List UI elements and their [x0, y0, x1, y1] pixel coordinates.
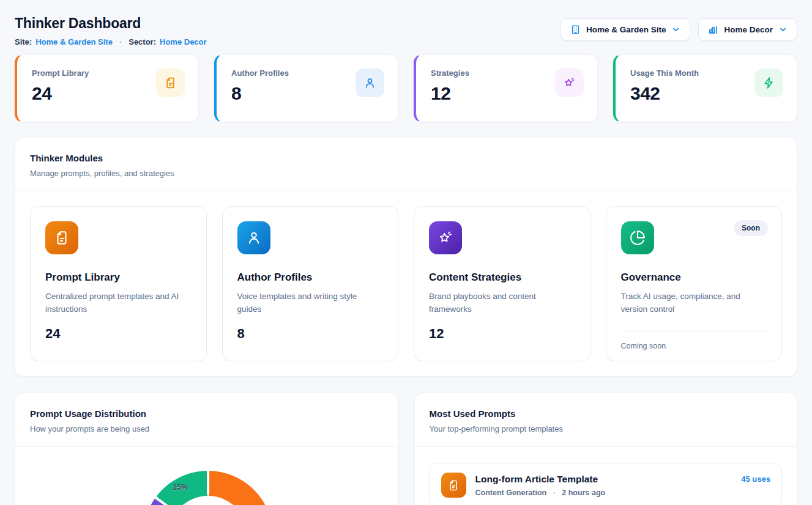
prompt-item-title: Long-form Article Template — [475, 474, 732, 485]
modules-title: Thinker Modules — [30, 153, 782, 163]
header-actions: Home & Garden Site Home Decor — [561, 18, 797, 41]
file-text-icon — [45, 221, 78, 254]
stat-label: Usage This Month — [630, 68, 699, 78]
prompt-item-text: Long-form Article Template Content Gener… — [475, 474, 732, 497]
site-link[interactable]: Home & Garden Site — [35, 37, 113, 46]
module-title: Author Profiles — [237, 271, 384, 284]
sector-label: Sector: — [129, 37, 156, 46]
sparkle-star-icon — [555, 68, 584, 97]
stat-label: Strategies — [431, 68, 469, 78]
module-card-governance[interactable]: Soon Governance Track AI usage, complian… — [606, 206, 783, 361]
pie-chart-icon — [621, 221, 654, 254]
bar-chart-icon — [708, 24, 718, 35]
module-title: Content Strategies — [429, 271, 575, 284]
usage-panel-header: Prompt Usage Distribution How your promp… — [15, 393, 398, 447]
stat-label: Prompt Library — [32, 68, 89, 78]
module-count: 24 — [45, 326, 192, 342]
module-card-content-strategies[interactable]: Content Strategies Brand playbooks and c… — [414, 206, 590, 361]
building-icon — [570, 24, 581, 35]
prompt-time: 2 hours ago — [562, 488, 605, 497]
dashboard-page: Thinker Dashboard Site: Home & Garden Si… — [0, 0, 812, 505]
donut-chart — [143, 471, 273, 505]
site-label: Site: — [15, 37, 32, 46]
page-title: Thinker Dashboard — [15, 15, 207, 32]
stat-card-prompt-library: Prompt Library 24 — [15, 54, 199, 122]
module-description: Voice templates and writing style guides — [237, 290, 384, 316]
coming-soon-text: Coming soon — [621, 342, 767, 350]
uses-badge: 45 uses — [741, 474, 770, 484]
stat-text: Usage This Month 342 — [630, 68, 699, 104]
module-description: Brand playbooks and content frameworks — [429, 290, 575, 316]
stat-label: Author Profiles — [231, 68, 289, 78]
breadcrumb-separator: · — [119, 37, 122, 46]
stat-value: 342 — [630, 83, 699, 104]
module-title: Governance — [621, 271, 767, 284]
donut-chart-area: 15% — [15, 447, 398, 505]
stat-value: 24 — [32, 83, 89, 104]
module-title: Prompt Library — [45, 271, 192, 284]
module-card-prompt-library[interactable]: Prompt Library Centralized prompt templa… — [30, 206, 207, 361]
thinker-modules-panel: Thinker Modules Manage prompts, profiles… — [15, 137, 797, 377]
breadcrumb: Site: Home & Garden Site · Sector: Home … — [15, 37, 207, 46]
stat-text: Author Profiles 8 — [231, 68, 289, 104]
sector-dropdown-label: Home Decor — [724, 25, 773, 34]
stat-card-strategies: Strategies 12 — [414, 54, 598, 122]
file-text-icon — [156, 68, 185, 97]
module-divider — [621, 331, 767, 331]
sector-dropdown[interactable]: Home Decor — [698, 18, 797, 41]
prompt-item-meta: Content Generation · 2 hours ago — [475, 488, 732, 497]
meta-separator: · — [553, 488, 556, 497]
stat-text: Strategies 12 — [431, 68, 469, 104]
list-item[interactable]: Long-form Article Template Content Gener… — [430, 463, 783, 505]
header-left: Thinker Dashboard Site: Home & Garden Si… — [15, 13, 207, 46]
module-count: 8 — [237, 326, 384, 342]
prompt-category: Content Generation — [475, 488, 547, 497]
user-icon — [237, 221, 270, 254]
page-header: Thinker Dashboard Site: Home & Garden Si… — [15, 13, 797, 46]
stat-card-usage: Usage This Month 342 — [613, 54, 797, 122]
site-dropdown-label: Home & Garden Site — [586, 25, 666, 34]
stat-value: 12 — [431, 83, 469, 104]
sparkle-star-icon — [429, 221, 462, 254]
stat-text: Prompt Library 24 — [32, 68, 89, 104]
prompt-usage-panel: Prompt Usage Distribution How your promp… — [15, 393, 398, 505]
bottom-row: Prompt Usage Distribution How your promp… — [15, 393, 797, 505]
user-icon — [356, 68, 384, 97]
soon-badge: Soon — [734, 220, 768, 236]
donut-segment-label: 15% — [173, 483, 188, 492]
modules-panel-header: Thinker Modules Manage prompts, profiles… — [15, 138, 797, 191]
module-description: Centralized prompt templates and AI inst… — [45, 290, 192, 316]
file-text-icon — [441, 473, 466, 498]
module-card-author-profiles[interactable]: Author Profiles Voice templates and writ… — [222, 206, 399, 361]
donut-hole — [168, 496, 248, 505]
modules-subtitle: Manage prompts, profiles, and strategies — [30, 169, 782, 178]
most-used-title: Most Used Prompts — [430, 408, 783, 419]
usage-title: Prompt Usage Distribution — [30, 408, 383, 419]
most-used-subtitle: Your top-performing prompt templates — [430, 424, 783, 433]
modules-grid: Prompt Library Centralized prompt templa… — [15, 191, 797, 376]
sector-link[interactable]: Home Decor — [160, 37, 207, 46]
module-description: Track AI usage, compliance, and version … — [621, 290, 767, 316]
zap-icon — [754, 68, 783, 97]
stat-value: 8 — [231, 83, 289, 104]
site-dropdown[interactable]: Home & Garden Site — [561, 18, 691, 41]
prompt-list: Long-form Article Template Content Gener… — [415, 447, 797, 505]
chevron-down-icon — [778, 25, 788, 34]
stat-card-author-profiles: Author Profiles 8 — [214, 54, 398, 122]
stats-row: Prompt Library 24 Author Profiles 8 — [15, 54, 797, 122]
module-count: 12 — [429, 326, 575, 342]
most-used-prompts-panel: Most Used Prompts Your top-performing pr… — [414, 393, 798, 505]
most-used-panel-header: Most Used Prompts Your top-performing pr… — [415, 393, 797, 447]
chevron-down-icon — [671, 25, 680, 34]
usage-subtitle: How your prompts are being used — [30, 424, 383, 433]
